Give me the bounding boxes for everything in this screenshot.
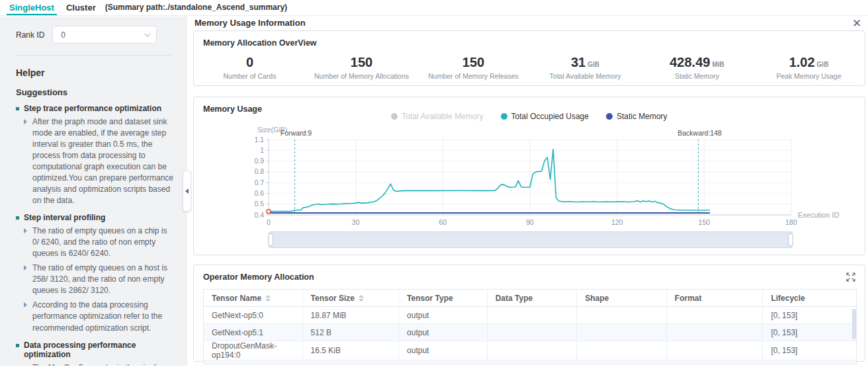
svg-text:90: 90 xyxy=(526,218,534,226)
suggestion-section-title: Data processing performance optimization xyxy=(16,341,174,359)
suggestion-item[interactable]: The ratio of empty queues on a host is 2… xyxy=(24,263,174,296)
table-cell: 512 B xyxy=(302,324,399,341)
stat-value: 1.02GiB xyxy=(753,55,865,70)
overview-stats-row: 0Number of Cards150Number of Memory Allo… xyxy=(194,55,865,80)
rank-id-select[interactable]: 0 xyxy=(52,26,157,44)
legend-item[interactable]: Total Occupied Usage xyxy=(501,112,589,121)
stat-value: 31GiB xyxy=(529,55,641,70)
stat-number: 0 xyxy=(246,55,253,69)
stat-unit: GiB xyxy=(817,61,829,68)
overview-stat: 150Number of Memory Releases xyxy=(417,55,529,80)
legend-item[interactable]: Total Available Memory xyxy=(391,112,483,121)
svg-text:0.9: 0.9 xyxy=(254,157,264,165)
memory-usage-panel: Memory Usage Total Available MemoryTotal… xyxy=(193,97,865,255)
stat-value: 150 xyxy=(417,55,529,70)
sort-carets-icon[interactable] xyxy=(359,295,364,302)
column-header-tensor-size[interactable]: Tensor Size xyxy=(302,290,399,307)
table-cell: GetNext-op5:1 xyxy=(204,324,303,341)
svg-text:0.7: 0.7 xyxy=(254,179,264,186)
table-cell: [0, 153] xyxy=(763,324,857,341)
svg-text:0.8: 0.8 xyxy=(254,167,264,175)
table-scrollbar[interactable] xyxy=(852,308,856,362)
overview-stat: 0Number of Cards xyxy=(194,55,306,80)
tab-singlehost[interactable]: SingleHost xyxy=(7,1,57,15)
legend-label: Total Available Memory xyxy=(402,112,483,121)
legend-label: Total Occupied Usage xyxy=(511,112,589,121)
stat-number: 150 xyxy=(462,55,484,69)
table-cell: output xyxy=(399,307,488,324)
table-row: DropoutGenMask-op194:016.5 KiBoutput[0, … xyxy=(204,341,857,360)
table-cell xyxy=(487,341,577,360)
column-label: Data Type xyxy=(496,294,533,303)
column-header-lifecycle: Lifecycle xyxy=(763,290,857,307)
stat-label: Static Memory xyxy=(641,72,753,80)
sort-carets-icon[interactable] xyxy=(265,295,271,302)
legend-dot-icon xyxy=(391,113,398,120)
column-label: Lifecycle xyxy=(771,294,804,303)
suggestion-list: Step trace performance optimizationAfter… xyxy=(16,104,174,366)
collapse-left-icon xyxy=(185,188,189,194)
expand-fullscreen-icon[interactable] xyxy=(846,272,855,282)
suggestion-section-label: Step interval profiling xyxy=(24,213,105,222)
column-label: Tensor Type xyxy=(407,294,453,303)
column-label: Shape xyxy=(585,294,609,303)
suggestion-section: Step trace performance optimizationAfter… xyxy=(16,104,174,206)
table-cell xyxy=(666,341,763,360)
svg-text:0.6: 0.6 xyxy=(254,189,264,197)
stat-label: Number of Memory Releases xyxy=(417,72,529,80)
table-cell: DropoutGenMask-op194:0 xyxy=(204,341,303,360)
stat-unit: MiB xyxy=(712,61,724,68)
suggestion-section-label: Data processing performance optimization xyxy=(24,341,174,359)
table-cell: output xyxy=(399,324,488,341)
chevron-down-icon xyxy=(144,33,151,37)
table-cell: GetNext-op5:0 xyxy=(204,307,303,324)
slider-handle-left[interactable] xyxy=(268,233,273,246)
table-cell: [0, 153] xyxy=(763,341,857,360)
column-label: Format xyxy=(675,294,702,303)
slider-handle-right[interactable] xyxy=(788,233,793,246)
svg-text:Backward:148: Backward:148 xyxy=(677,129,722,137)
chart-zoom-slider[interactable] xyxy=(269,231,793,248)
legend-dot-icon xyxy=(606,113,613,120)
overview-panel-title: Memory Allocation OverView xyxy=(203,38,317,48)
table-cell xyxy=(666,307,763,324)
suggestion-item[interactable]: The MapOp_5 operator in the pipeline may… xyxy=(24,362,174,366)
svg-text:180: 180 xyxy=(785,218,797,226)
table-scrollbar-thumb[interactable] xyxy=(852,309,856,339)
chart-legend: Total Available MemoryTotal Occupied Usa… xyxy=(194,112,865,121)
legend-dot-icon xyxy=(501,113,507,120)
column-label: Tensor Size xyxy=(311,294,355,303)
tab-cluster[interactable]: Cluster xyxy=(64,1,99,15)
svg-text:1: 1 xyxy=(260,146,264,154)
suggestion-item[interactable]: After the praph mode and dataset sink mo… xyxy=(24,116,174,206)
table-row: GetNext-op5:1512 Boutput[0, 153] xyxy=(204,324,857,341)
square-bullet-icon xyxy=(16,216,19,220)
stat-value: 150 xyxy=(306,55,417,70)
suggestion-item[interactable]: According to the data processing perform… xyxy=(24,300,174,333)
legend-item[interactable]: Static Memory xyxy=(606,112,668,121)
memory-usage-chart: 0.40.50.60.70.80.911.10306090120150180Si… xyxy=(194,122,866,229)
legend-label: Static Memory xyxy=(617,112,668,121)
stat-label: Number of Memory Allocations xyxy=(306,72,417,80)
stat-number: 1.02 xyxy=(789,55,815,69)
table-row: GetNext-op5:018.87 MiBoutput[0, 153] xyxy=(204,307,857,324)
helper-title: Helper xyxy=(16,67,174,78)
svg-text:Execution ID: Execution ID xyxy=(798,211,839,219)
suggestion-section-title: Step trace performance optimization xyxy=(16,104,174,113)
suggestion-item[interactable]: The ratio of empty queues on a chip is 0… xyxy=(24,226,174,259)
close-icon[interactable]: ✕ xyxy=(852,17,861,30)
svg-text:30: 30 xyxy=(352,218,360,226)
stat-value: 428.49MiB xyxy=(641,55,753,70)
suggestion-section-label: Step trace performance optimization xyxy=(24,104,161,113)
svg-text:0.5: 0.5 xyxy=(254,200,264,208)
table-cell xyxy=(487,307,577,324)
table-cell xyxy=(577,324,667,341)
sidebar-collapse-button[interactable] xyxy=(183,171,191,212)
operator-table: Tensor NameTensor SizeTensor TypeData Ty… xyxy=(203,289,857,364)
column-header-shape: Shape xyxy=(577,290,667,307)
overview-stat: 31GiBTotal Available Memory xyxy=(529,55,641,80)
table-cell xyxy=(577,307,667,324)
square-bullet-icon xyxy=(16,107,19,110)
column-header-tensor-name[interactable]: Tensor Name xyxy=(204,290,303,307)
table-cell xyxy=(666,324,763,341)
